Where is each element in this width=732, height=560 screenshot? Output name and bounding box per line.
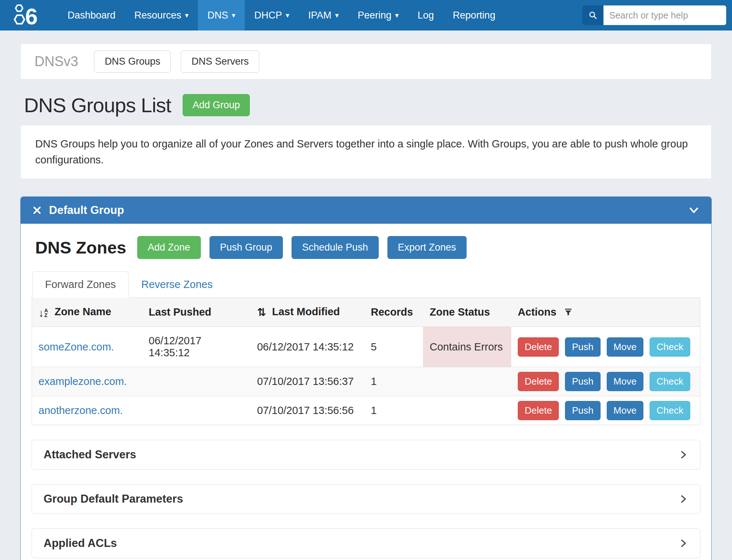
col-header-zone-status[interactable]: Zone Status	[423, 298, 511, 327]
sort-arrow: ↓	[38, 308, 44, 318]
sort-letters: A Z	[44, 308, 48, 318]
zone-row: examplezone.com. 07/10/2017 13:56:37 1 D…	[32, 367, 700, 396]
col-label: Records	[371, 306, 413, 318]
app-logo[interactable]: 6	[12, 0, 44, 31]
zone-name-link[interactable]: examplezone.com.	[38, 376, 127, 387]
nav-label: Dashboard	[68, 10, 115, 21]
export-zones-button[interactable]: Export Zones	[387, 236, 467, 259]
collapse-toggle[interactable]	[688, 204, 700, 216]
caret-down-icon: ▾	[286, 12, 289, 19]
caret-down-icon: ▾	[335, 12, 339, 19]
nav-label: DNS	[207, 10, 228, 21]
sort-updown-icon: ⇅	[257, 306, 266, 318]
nav-label: Reporting	[453, 10, 495, 21]
nav-item-dns[interactable]: DNS ▾	[198, 0, 245, 31]
dns-servers-button[interactable]: DNS Servers	[181, 50, 259, 73]
zone-status-cell: Contains Errors	[423, 327, 511, 367]
check-zone-button[interactable]: Check	[650, 337, 690, 357]
nav-item-log[interactable]: Log	[408, 0, 443, 31]
nav-item-resources[interactable]: Resources ▾	[125, 0, 198, 31]
actions-cell: Delete Push Move Check	[511, 327, 700, 367]
push-group-button[interactable]: Push Group	[210, 236, 283, 259]
nav-item-reporting[interactable]: Reporting	[443, 0, 505, 31]
last-modified-cell: 07/10/2017 13:56:56	[251, 396, 364, 425]
chevron-right-icon	[678, 538, 688, 548]
search-input[interactable]	[603, 5, 726, 25]
col-header-actions: Actions	[511, 298, 700, 327]
navbar-search	[582, 0, 726, 31]
records-cell: 5	[364, 327, 423, 367]
search-icon	[588, 11, 598, 20]
hexagon-logo-icon: 6	[12, 3, 44, 27]
close-icon[interactable]	[32, 206, 42, 215]
zones-header-row: DNS Zones Add Zone Push Group Schedule P…	[35, 236, 700, 259]
zone-row: anotherzone.com. 07/10/2017 13:56:56 1 D…	[32, 396, 700, 425]
title-row: DNS Groups List Add Group	[24, 93, 712, 117]
col-header-zone-name[interactable]: ↓ A Z Zone Name	[32, 298, 142, 327]
chevron-right-icon	[678, 494, 688, 504]
actions-cell: Delete Push Move Check	[511, 396, 700, 425]
nav-label: Log	[418, 10, 434, 21]
col-header-records[interactable]: Records	[364, 298, 423, 327]
accordion-attached-servers[interactable]: Attached Servers	[32, 440, 700, 470]
nav-item-dashboard[interactable]: Dashboard	[58, 0, 125, 31]
add-group-button[interactable]: Add Group	[183, 94, 250, 116]
check-zone-button[interactable]: Check	[650, 401, 690, 420]
zone-status-cell	[423, 367, 511, 396]
zone-name-link[interactable]: someZone.com.	[38, 341, 114, 353]
zone-name-link[interactable]: anotherzone.com.	[38, 405, 123, 416]
move-zone-button[interactable]: Move	[607, 337, 644, 357]
delete-zone-button[interactable]: Delete	[518, 372, 559, 391]
brand-number: 6	[25, 4, 38, 27]
accordion-applied-acls[interactable]: Applied ACLs	[32, 528, 700, 558]
check-zone-button[interactable]: Check	[650, 372, 690, 391]
section-title: DNSv3	[34, 54, 78, 69]
accordion-title: Group Default Parameters	[44, 492, 183, 506]
move-zone-button[interactable]: Move	[607, 401, 644, 420]
filter-icon[interactable]	[564, 308, 573, 317]
col-header-last-modified[interactable]: ⇅ Last Modified	[251, 298, 364, 327]
col-label: Last Pushed	[149, 306, 211, 318]
last-pushed-cell	[142, 396, 251, 425]
records-cell: 1	[364, 367, 423, 396]
move-zone-button[interactable]: Move	[607, 372, 644, 391]
nav-item-dhcp[interactable]: DHCP ▾	[245, 0, 299, 31]
dnsv3-header-bar: DNSv3 DNS Groups DNS Servers	[20, 44, 712, 80]
panel-title: Default Group	[49, 204, 124, 217]
col-label: Last Modified	[272, 306, 340, 317]
accordion-title: Attached Servers	[44, 448, 136, 461]
sort-alpha-icon: ↓ A Z	[38, 308, 48, 318]
delete-zone-button[interactable]: Delete	[518, 401, 559, 420]
last-pushed-cell	[142, 367, 251, 396]
panel-header[interactable]: Default Group	[21, 197, 711, 224]
add-zone-button[interactable]: Add Zone	[137, 236, 201, 259]
zone-row: someZone.com. 06/12/2017 14:35:12 06/12/…	[32, 327, 700, 367]
page-title: DNS Groups List	[24, 93, 171, 117]
tab-forward-zones[interactable]: Forward Zones	[32, 271, 129, 298]
push-zone-button[interactable]: Push	[565, 401, 600, 420]
search-button[interactable]	[582, 5, 603, 25]
col-header-last-pushed[interactable]: Last Pushed	[142, 298, 251, 327]
zone-status-cell	[423, 396, 511, 425]
last-pushed-cell: 06/12/2017 14:35:12	[142, 327, 251, 367]
chevron-right-icon	[678, 450, 688, 460]
schedule-push-button[interactable]: Schedule Push	[292, 236, 379, 259]
zones-table: ↓ A Z Zone Name Last Pushed	[32, 298, 700, 425]
last-modified-cell: 07/10/2017 13:56:37	[251, 367, 364, 396]
last-modified-cell: 06/12/2017 14:35:12	[251, 327, 364, 367]
push-zone-button[interactable]: Push	[565, 372, 600, 391]
description-text: DNS Groups help you to organize all of y…	[35, 138, 688, 166]
tab-reverse-zones[interactable]: Reverse Zones	[129, 271, 225, 298]
delete-zone-button[interactable]: Delete	[518, 337, 559, 357]
push-zone-button[interactable]: Push	[565, 337, 600, 357]
nav-label: Peering	[358, 10, 391, 21]
chevron-down-icon	[688, 204, 700, 216]
accordion-group-default-parameters[interactable]: Group Default Parameters	[32, 484, 700, 514]
nav-item-ipam[interactable]: IPAM ▾	[299, 0, 348, 31]
caret-down-icon: ▾	[395, 12, 399, 19]
col-label: Actions	[518, 306, 556, 318]
description-card: DNS Groups help you to organize all of y…	[20, 125, 712, 179]
dns-groups-button[interactable]: DNS Groups	[94, 50, 171, 73]
nav-label: Resources	[134, 10, 181, 21]
nav-item-peering[interactable]: Peering ▾	[348, 0, 408, 31]
